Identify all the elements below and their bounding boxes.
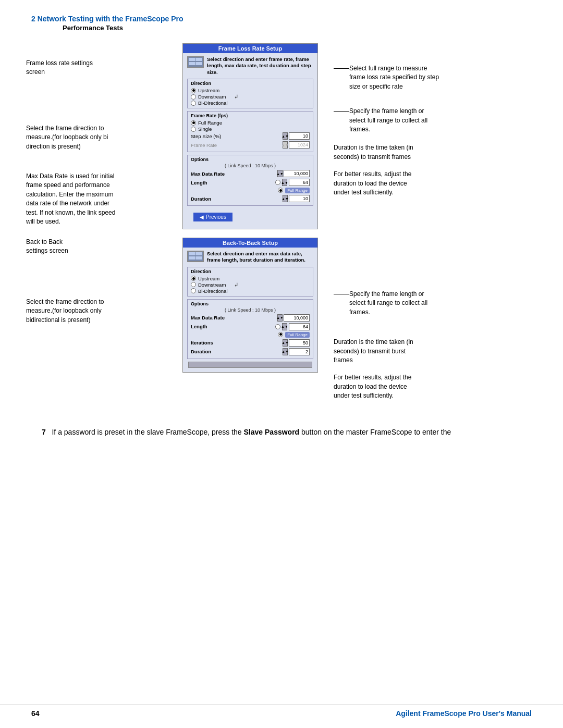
screen1-left-title: Frame loss rate settings screen: [26, 59, 178, 77]
step7-section: 7 If a password is preset in the slave F…: [0, 422, 563, 438]
left-annotations: Frame loss rate settings screen Select t…: [26, 43, 182, 229]
screen2-bidirectional[interactable]: Bi-Directional: [191, 288, 310, 294]
annot-line2: [334, 111, 349, 112]
right-annot7: For better results, adjust the duration …: [334, 373, 537, 400]
downstream-radio[interactable]: [191, 94, 196, 100]
s2-fullrange-radio[interactable]: [278, 332, 283, 337]
right-text2: Specify the frame length or select full …: [349, 107, 427, 134]
bidirectional-radio[interactable]: [191, 101, 196, 106]
screen2-downstream[interactable]: Downstream ↲: [191, 282, 310, 288]
length-radio[interactable]: [275, 180, 280, 185]
s2-downstream-radio[interactable]: [191, 282, 196, 287]
right-annot2: Specify the frame length or select full …: [334, 107, 537, 134]
screen1-link-speed: ( Link Speed : 10 Mbps ): [191, 163, 310, 168]
prev-arrow: ◀: [200, 214, 204, 220]
s2-duration-spin[interactable]: ▲▼: [283, 348, 288, 355]
screen2-length-row: Length ▲▼ 64: [191, 323, 310, 330]
s2-iterations-value[interactable]: 50: [289, 339, 310, 347]
length-spin[interactable]: ▲▼: [282, 179, 287, 186]
framerate-val-group: ▲▼ 1024: [283, 141, 310, 149]
duration-label: Duration: [191, 196, 211, 202]
upstream-label: Upstream: [198, 88, 219, 93]
screen1-direction-label: Direction: [191, 81, 310, 86]
s2-maxrate-input: ▲▼ 10,000: [277, 314, 310, 322]
stepsize-spin[interactable]: ▲▼: [283, 132, 288, 140]
maxrate-label: Max Data Rate: [191, 171, 225, 177]
duration-value[interactable]: 10: [289, 195, 310, 202]
s2-fullrange-badge: Full Range: [285, 332, 310, 338]
framerate-val-label: Frame Rate: [191, 142, 217, 148]
svg-rect-7: [195, 252, 202, 255]
s2-bidirectional-radio[interactable]: [191, 288, 196, 293]
section-title: Performance Tests: [63, 24, 532, 32]
screen1-title: Frame Loss Rate Setup: [183, 44, 317, 53]
screen1-direction-bidirectional[interactable]: Bi-Directional: [191, 100, 310, 106]
right-text6: Duration is the time taken (in seconds) …: [334, 338, 537, 365]
screen1-framerate-label: Frame Rate (fps): [191, 113, 310, 118]
s2-maxrate-spin[interactable]: ▲▼: [277, 314, 283, 322]
fullrange-length-radio[interactable]: [278, 188, 283, 193]
footer-manual-title: Agilent FrameScope Pro User's Manual: [396, 709, 532, 718]
fullrange-badge: Full Range: [285, 188, 310, 193]
s2-upstream-radio[interactable]: [191, 276, 196, 281]
upstream-radio[interactable]: [191, 88, 196, 93]
s2-duration-label: Duration: [191, 349, 211, 354]
screen1-stepsize-row: Step Size (%) ▲▼ 10: [191, 132, 310, 140]
s2-length-label: Length: [191, 324, 207, 329]
fullrange-radio[interactable]: [191, 120, 196, 126]
screen2-upstream[interactable]: Upstream: [191, 276, 310, 281]
right-annot6: Duration is the time taken (in seconds) …: [334, 338, 537, 365]
s2-length-spin[interactable]: ▲▼: [282, 323, 287, 330]
screen2-intro: Select direction and enter max data rate…: [187, 251, 313, 264]
single-radio[interactable]: [191, 127, 196, 132]
s2-iterations-spin[interactable]: ▲▼: [283, 339, 288, 347]
s2-duration-value[interactable]: 2: [289, 348, 310, 355]
screen2-icon: [187, 251, 204, 262]
screen1-single-option[interactable]: Single: [191, 126, 310, 132]
screen1-container: Frame Loss Rate Setup: [182, 43, 323, 229]
header: 2 Network Testing with the FrameScope Pr…: [0, 0, 563, 34]
screen1-footer: ◀ Previous: [187, 208, 313, 226]
s2-fullrange-row: Full Range: [191, 332, 310, 338]
screen1-fullrange-option[interactable]: Full Range: [191, 120, 310, 126]
footer: 64 Agilent FrameScope Pro User's Manual: [0, 705, 563, 718]
screen1-direction-downstream[interactable]: Downstream ↲: [191, 94, 310, 100]
svg-rect-3: [189, 62, 195, 65]
maxrate-input-group: ▲▼ 10,000: [277, 170, 310, 177]
screen2-length-section: Length ▲▼ 64 Full Range: [191, 323, 310, 338]
s2-maxrate-value[interactable]: 10,000: [284, 314, 310, 322]
step7-text: If a password is preset in the slave Fra…: [48, 428, 451, 436]
right-annotations-screen1: Select full range to measure frame loss …: [323, 43, 537, 229]
single-label: Single: [198, 126, 212, 132]
screen1-direction-annot: Select the frame direction to measure.(f…: [26, 124, 178, 151]
screen2-scrollbar[interactable]: [188, 362, 312, 368]
screen1-options-label: Options: [191, 157, 310, 162]
previous-button[interactable]: ◀ Previous: [193, 213, 232, 221]
maxrate-value[interactable]: 10,000: [284, 170, 310, 177]
length-value[interactable]: 64: [289, 179, 310, 186]
screen1-icon: [187, 56, 204, 68]
s2-length-radio[interactable]: [275, 324, 280, 329]
step7-number: 7: [42, 428, 46, 436]
screen2-duration-row: Duration ▲▼ 2: [191, 348, 310, 355]
s2-iterations-input: ▲▼ 50: [283, 339, 310, 347]
maxrate-spin[interactable]: ▲▼: [277, 170, 283, 177]
screen2-direction-group: Direction Upstream Downstream ↲ Bi: [187, 267, 313, 297]
screen1-maxrate-annot: Max Data Rate is used for initial frame …: [26, 172, 178, 226]
s2-length-value[interactable]: 64: [289, 323, 310, 330]
prev-label: Previous: [206, 214, 226, 220]
stepsize-label: Step Size (%): [191, 133, 221, 139]
stepsize-value[interactable]: 10: [289, 132, 310, 140]
screen2-maxrate-row: Max Data Rate ▲▼ 10,000: [191, 314, 310, 322]
annot-line1: [334, 68, 349, 69]
right-annot4: For better results, adjust the duration …: [334, 170, 537, 197]
right-annot5: Specify the frame length or select full …: [334, 290, 537, 317]
screen1-length-section: Length ▲▼ 64 Full Range: [191, 179, 310, 193]
s2-duration-input: ▲▼ 2: [283, 348, 310, 355]
s2-upstream-label: Upstream: [198, 276, 219, 281]
screen1-direction-upstream[interactable]: Upstream: [191, 88, 310, 93]
downstream-label: Downstream: [198, 94, 226, 100]
step7-text2: button on the master FrameScope to enter…: [301, 428, 451, 436]
screen2-body: Select direction and enter max data rate…: [183, 248, 317, 372]
duration-spin[interactable]: ▲▼: [283, 195, 288, 202]
